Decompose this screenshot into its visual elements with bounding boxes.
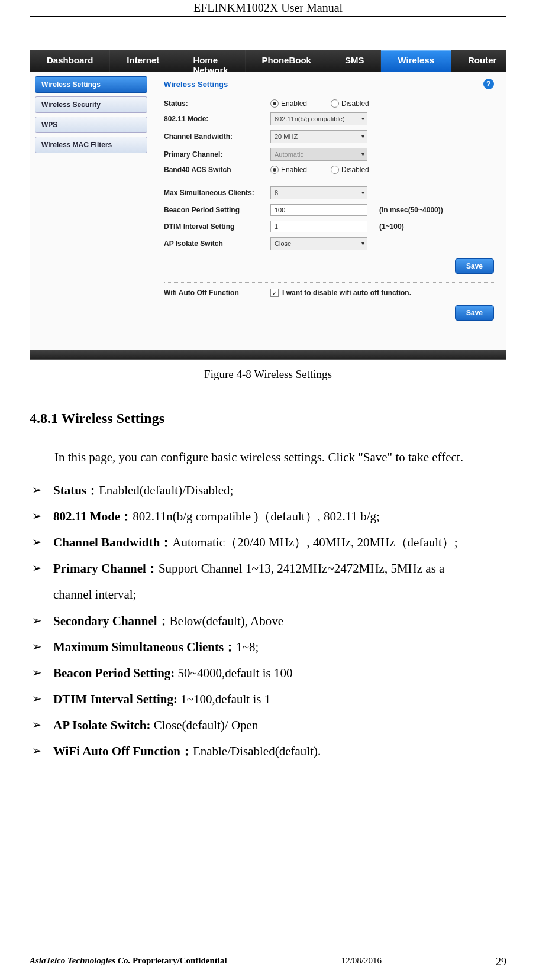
radio-icon [270,99,279,108]
doc-footer: AsiaTelco Technologies Co. Proprietary/C… [30,953,506,968]
section-heading: 4.8.1 Wireless Settings [30,410,506,426]
footer-page: 29 [496,956,506,968]
wifiauto-label: Wifi Auto Off Function [164,289,270,297]
band40-enabled-radio[interactable]: Enabled [270,166,307,174]
help-icon[interactable]: ? [483,79,494,89]
sidebar-wireless-security[interactable]: Wireless Security [35,96,147,113]
band40-label: Band40 ACS Switch [164,166,270,174]
bullet-item: DTIM Interval Setting: 1~100,default is … [30,686,506,712]
bullet-item: Status：Enabled(default)/Disabled; [30,477,506,503]
beacon-input[interactable]: 100 [270,204,367,216]
nav-internet[interactable]: Internet [110,50,176,72]
apisolate-label: AP Isolate Switch [164,240,270,248]
bullet-item: 802.11 Mode：802.11n(b/g compatible )（def… [30,503,506,529]
doc-title: EFLINKM1002X User Manual [193,1,343,14]
primary-channel-select[interactable]: Automatic [270,148,367,161]
panel-title: Wireless Settings [164,80,228,89]
maxclients-select[interactable]: 8 [270,186,367,199]
nav-phonebook[interactable]: PhoneBook [246,50,328,72]
bullet-item: Maximum Simultaneous Clients：1~8; [30,634,506,660]
nav-wireless[interactable]: Wireless [381,50,451,72]
beacon-label: Beacon Period Setting [164,206,270,214]
router-ui-screenshot: Dashboard Internet Home Network PhoneBoo… [30,50,506,360]
bandwidth-label: Channel Bandwidth: [164,132,270,141]
save-button-1[interactable]: Save [455,258,494,274]
wifiauto-checkbox[interactable]: ✓ [270,289,279,297]
nav-home-network[interactable]: Home Network [176,50,245,72]
band40-disabled-radio[interactable]: Disabled [331,166,369,174]
bandwidth-select[interactable]: 20 MHZ [270,130,367,143]
wifiauto-text: I want to disable wifi auto off function… [282,289,411,297]
sidebar-wps[interactable]: WPS [35,117,147,133]
beacon-hint: (in msec(50~4000)) [379,206,443,214]
nav-sms[interactable]: SMS [328,50,382,72]
maxclients-label: Max Simultaneous Clients: [164,189,270,197]
bullet-item: Primary Channel：Support Channel 1~13, 24… [30,555,506,581]
radio-icon [331,99,339,108]
dtim-hint: (1~100) [379,222,404,231]
nav-dashboard[interactable]: Dashboard [30,50,110,72]
radio-icon [331,166,339,174]
ui-footer-bar [30,350,506,359]
bullet-item: Channel Bandwidth：Automatic（20/40 MHz）, … [30,529,506,555]
main-nav: Dashboard Internet Home Network PhoneBoo… [30,50,506,72]
intro-paragraph: In this page, you can configure basic wi… [30,444,506,470]
footer-company: AsiaTelco Technologies Co. [30,956,130,965]
sidebar-wireless-settings[interactable]: Wireless Settings [35,76,147,93]
footer-confidential: Proprietary/Confidential [130,956,227,965]
figure-caption: Figure 4-8 Wireless Settings [30,368,506,381]
mode-label: 802.11 Mode: [164,115,270,123]
save-button-2[interactable]: Save [455,305,494,321]
bullet-item: WiFi Auto Off Function：Enable/Disabled(d… [30,738,506,764]
mode-select[interactable]: 802.11n(b/g compatible) [270,112,367,125]
footer-date: 12/08/2016 [341,956,382,968]
bullet-continuation: channel interval; [30,581,506,607]
dtim-input[interactable]: 1 [270,221,367,232]
bullet-item: Secondary Channel：Below(default), Above [30,608,506,634]
nav-router[interactable]: Router [451,50,514,72]
status-enabled-radio[interactable]: Enabled [270,99,307,108]
primary-channel-label: Primary Channel: [164,150,270,159]
status-label: Status: [164,99,270,108]
bullet-item: Beacon Period Setting: 50~4000,default i… [30,660,506,686]
bullet-list: Status：Enabled(default)/Disabled;802.11 … [30,477,506,764]
apisolate-select[interactable]: Close [270,237,367,250]
dtim-label: DTIM Interval Setting [164,222,270,231]
doc-header: EFLINKM1002X User Manual [30,0,506,17]
status-disabled-radio[interactable]: Disabled [331,99,369,108]
sidebar-mac-filters[interactable]: Wireless MAC Filters [35,137,147,153]
radio-icon [270,166,279,174]
sidebar: Wireless Settings Wireless Security WPS … [30,72,152,350]
bullet-item: AP Isolate Switch: Close(default)/ Open [30,712,506,738]
main-panel: Wireless Settings ? Status: Enabled Disa… [152,72,506,350]
